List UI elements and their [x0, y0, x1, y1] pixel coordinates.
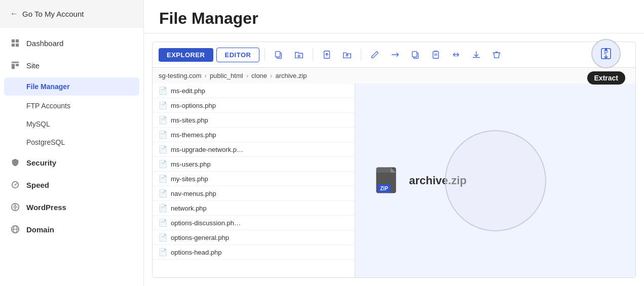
- move-button[interactable]: [447, 46, 465, 63]
- svg-rect-2: [12, 44, 15, 47]
- sidebar-item-domain[interactable]: Domain: [0, 218, 143, 240]
- extract-label[interactable]: Extract: [587, 71, 625, 85]
- file-name: my-sites.php: [171, 175, 208, 183]
- sidebar-item-file-manager[interactable]: File Manager: [4, 77, 139, 96]
- svg-rect-0: [12, 39, 15, 43]
- toolbar-divider-3: [361, 49, 361, 61]
- sidebar-item-security[interactable]: Security: [0, 151, 143, 174]
- tab-explorer[interactable]: EXPLORER: [159, 48, 213, 62]
- archive-selected-row: ZIP archive.zip: [355, 158, 635, 203]
- toolbar-divider-1: [264, 49, 265, 61]
- file-icon: 📄: [159, 87, 167, 95]
- breadcrumb: sg-testing.com › public_html › clone › a…: [152, 68, 636, 84]
- go-account-label: Go To My Account: [22, 10, 84, 18]
- list-item[interactable]: 📄 ms-sites.php: [153, 113, 355, 128]
- rename-button[interactable]: [387, 46, 404, 63]
- speed-icon: [10, 180, 20, 190]
- sidebar-item-ftp-label: FTP Accounts: [26, 102, 70, 110]
- sidebar-item-mysql[interactable]: MySQL: [0, 115, 143, 133]
- file-name: options-general.php: [171, 234, 229, 241]
- breadcrumb-public-html[interactable]: public_html: [210, 72, 243, 79]
- extract-circle-button[interactable]: [591, 39, 621, 68]
- sidebar-item-postgresql[interactable]: PostgreSQL: [0, 133, 143, 151]
- list-item[interactable]: 📄 ms-themes.php: [153, 128, 355, 142]
- fm-panels: 📄 ms-edit.php 📄 ms-options.php 📄 ms-site…: [152, 84, 636, 278]
- file-icon: 📄: [159, 219, 167, 227]
- page-title: File Manager: [159, 9, 629, 28]
- list-item[interactable]: 📄 my-sites.php: [153, 172, 355, 186]
- svg-rect-4: [12, 62, 19, 63]
- file-name: ms-themes.php: [171, 131, 216, 139]
- sidebar-item-mysql-label: MySQL: [26, 120, 50, 128]
- delete-button[interactable]: [488, 46, 505, 63]
- file-name: ms-users.php: [171, 160, 211, 168]
- site-icon: [10, 60, 20, 70]
- sidebar-item-wordpress-label: WordPress: [26, 203, 66, 212]
- toolbar-divider-2: [313, 49, 313, 61]
- paste-button[interactable]: [427, 46, 444, 63]
- svg-rect-5: [12, 64, 15, 69]
- upload-folder-button[interactable]: [338, 46, 356, 63]
- list-item[interactable]: 📄 options-general.php: [153, 230, 355, 245]
- svg-rect-21: [412, 52, 417, 57]
- list-item[interactable]: 📄 options-discussion.ph…: [153, 216, 355, 230]
- breadcrumb-archive-zip[interactable]: archive.zip: [275, 72, 307, 79]
- list-item[interactable]: 📄 ms-users.php: [153, 157, 355, 172]
- file-list: 📄 ms-edit.php 📄 ms-options.php 📄 ms-site…: [153, 84, 355, 277]
- file-icon: 📄: [159, 145, 167, 153]
- file-icon: 📄: [159, 160, 167, 168]
- sidebar-item-file-manager-label: File Manager: [26, 83, 70, 91]
- wordpress-icon: [10, 202, 20, 212]
- sidebar-item-dashboard-label: Dashboard: [26, 39, 63, 48]
- upload-file-button[interactable]: [318, 46, 335, 63]
- svg-rect-14: [276, 52, 280, 57]
- list-item[interactable]: 📄 ms-options.php: [153, 98, 355, 113]
- download-button[interactable]: [468, 46, 485, 63]
- edit-button[interactable]: [366, 46, 384, 63]
- tab-editor[interactable]: EDITOR: [216, 48, 260, 62]
- go-to-my-account-link[interactable]: ← Go To My Account: [0, 0, 143, 28]
- new-folder-button[interactable]: [290, 46, 308, 63]
- sidebar-item-wordpress[interactable]: WordPress: [0, 196, 143, 218]
- sidebar-item-ftp-accounts[interactable]: FTP Accounts: [0, 97, 143, 115]
- main-header: File Manager: [144, 0, 644, 33]
- sidebar-item-dashboard[interactable]: Dashboard: [0, 32, 143, 54]
- file-name: ms-upgrade-network.p…: [171, 146, 243, 153]
- file-icon: 📄: [159, 189, 167, 197]
- domain-icon: [10, 224, 20, 234]
- file-icon: 📄: [159, 204, 167, 212]
- arrow-left-icon: ←: [10, 9, 18, 18]
- svg-rect-30: [605, 48, 607, 51]
- file-icon: 📄: [159, 248, 167, 256]
- file-name: options-discussion.ph…: [171, 219, 241, 227]
- zip-file-icon-wrapper: ZIP: [375, 167, 401, 195]
- list-item[interactable]: 📄 ms-edit.php: [153, 84, 355, 98]
- copy-path-button[interactable]: [270, 46, 287, 63]
- breadcrumb-clone[interactable]: clone: [251, 72, 267, 79]
- sidebar-item-speed[interactable]: Speed: [0, 174, 143, 196]
- svg-point-8: [15, 184, 16, 186]
- sidebar-item-security-label: Security: [26, 158, 56, 167]
- file-icon: 📄: [159, 101, 167, 109]
- file-icon: 📄: [159, 233, 167, 241]
- sidebar-navigation: Dashboard Site File Manager FTP Accounts…: [0, 28, 143, 286]
- svg-rect-1: [16, 39, 19, 43]
- security-icon: [10, 157, 20, 168]
- breadcrumb-sep-3: ›: [270, 72, 272, 79]
- breadcrumb-sg-testing[interactable]: sg-testing.com: [159, 72, 202, 79]
- copy-button[interactable]: [407, 46, 424, 63]
- file-name: options-head.php: [171, 249, 221, 256]
- sidebar: ← Go To My Account Dashboard: [0, 0, 144, 286]
- file-manager-container: EXPLORER EDITOR: [144, 33, 644, 286]
- list-item[interactable]: 📄 network.php: [153, 201, 355, 216]
- list-item[interactable]: 📄 nav-menus.php: [153, 186, 355, 201]
- sidebar-item-postgresql-label: PostgreSQL: [26, 138, 65, 146]
- list-item[interactable]: 📄 ms-upgrade-network.p…: [153, 142, 355, 157]
- file-name: nav-menus.php: [171, 190, 216, 197]
- sidebar-item-site[interactable]: Site: [0, 54, 143, 76]
- file-name: ms-sites.php: [171, 116, 208, 124]
- list-item[interactable]: 📄 options-head.php: [153, 245, 355, 260]
- svg-rect-3: [16, 44, 19, 47]
- fm-toolbar: EXPLORER EDITOR: [152, 42, 636, 68]
- file-icon: 📄: [159, 131, 167, 139]
